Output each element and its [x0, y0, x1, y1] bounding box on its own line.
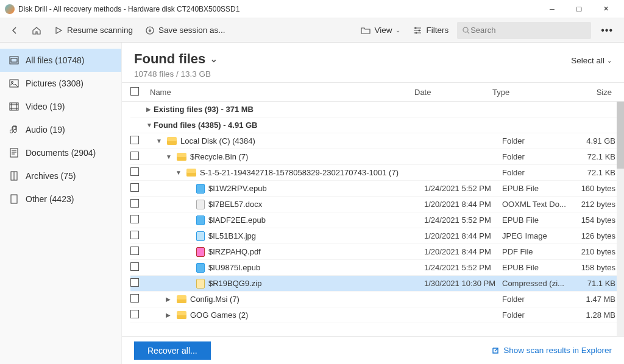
file-row[interactable]: ▼S-1-5-21-194342718-1578058329-230217074… [130, 165, 622, 181]
file-row[interactable]: $I7BEL57.docx1/20/2021 8:44 PMOOXML Text… [130, 197, 622, 212]
sidebar-item-label: All files (10748) [26, 55, 85, 65]
doc-file-icon [196, 200, 205, 209]
file-type: OOXML Text Do... [502, 200, 575, 209]
file-type: Compressed (zi... [502, 279, 575, 288]
expand-icon[interactable]: ▶ [146, 106, 154, 113]
folder-icon [186, 169, 196, 177]
row-checkbox[interactable] [130, 199, 139, 208]
content-pane: Found files⌄ 10748 files / 13.3 GB Selec… [122, 43, 624, 364]
page-subtitle: 10748 files / 13.3 GB [134, 69, 218, 79]
row-checkbox[interactable] [130, 278, 139, 287]
row-checkbox[interactable] [130, 152, 139, 160]
collapse-icon[interactable]: ▼ [166, 153, 173, 160]
file-row[interactable]: $IL51B1X.jpg1/20/2021 8:44 PMJPEG Image1… [130, 228, 622, 244]
group-label: Existing files (93) - 371 MB [154, 105, 254, 114]
app-icon [5, 4, 15, 14]
scrollbar-track[interactable] [617, 102, 624, 336]
toolbar: Resume scanning Save session as... View⌄… [0, 18, 624, 43]
content-header: Found files⌄ 10748 files / 13.3 GB Selec… [122, 43, 624, 82]
file-row[interactable]: ▼Local Disk (C) (4384)Folder4.91 GB [130, 133, 622, 149]
row-checkbox[interactable] [130, 183, 139, 192]
sidebar-item-video[interactable]: Video (19) [0, 95, 121, 118]
folder-icon [167, 137, 177, 145]
file-row[interactable]: ▶GOG Games (2)Folder1.28 MB [130, 307, 622, 323]
sidebar-item-archives[interactable]: Archives (75) [0, 164, 121, 187]
resume-scanning-button[interactable]: Resume scanning [50, 23, 136, 38]
header-checkbox[interactable] [130, 87, 139, 96]
column-name[interactable]: Name [146, 88, 414, 97]
filters-button[interactable]: Filters [409, 23, 452, 38]
sidebar-item-audio[interactable]: Audio (19) [0, 118, 121, 141]
collapse-icon[interactable]: ▼ [156, 138, 163, 144]
row-checkbox[interactable] [130, 294, 139, 303]
file-row[interactable]: $IADF2EE.epub1/24/2021 5:52 PMEPUB File1… [130, 212, 622, 228]
file-size: 1.47 MB [575, 295, 622, 304]
column-type[interactable]: Type [492, 88, 566, 97]
maximize-button[interactable]: ▢ [570, 3, 587, 15]
scrollbar-thumb[interactable] [617, 102, 624, 169]
file-row[interactable]: $R19BQG9.zip1/30/2021 10:30 PMCompressed… [130, 276, 622, 292]
sidebar-item-other[interactable]: Other (4423) [0, 187, 121, 211]
sidebar-item-label: Video (19) [26, 102, 65, 111]
minimize-button[interactable]: ─ [544, 3, 561, 15]
audio-icon [9, 124, 20, 135]
file-size: 4.91 GB [575, 136, 622, 145]
home-icon [32, 26, 41, 35]
column-date[interactable]: Date [414, 88, 492, 97]
row-checkbox[interactable] [130, 167, 139, 176]
chevron-down-icon[interactable]: ⌄ [210, 54, 218, 64]
file-type: JPEG Image [502, 231, 575, 240]
file-name: $IRZPAHQ.pdf [208, 247, 261, 256]
save-session-button[interactable]: Save session as... [141, 23, 229, 38]
jpg-file-icon [196, 231, 205, 241]
row-checkbox[interactable] [130, 231, 139, 239]
row-checkbox[interactable] [130, 215, 139, 223]
svg-point-3 [416, 32, 417, 33]
row-checkbox[interactable] [130, 262, 139, 271]
file-size: 126 bytes [575, 231, 622, 240]
group-found[interactable]: ▼ Found files (4385) - 4.91 GB [130, 117, 622, 133]
collapse-icon[interactable]: ▼ [176, 169, 183, 176]
file-name: GOG Games (2) [190, 310, 248, 320]
sidebar-item-pictures[interactable]: Pictures (3308) [0, 72, 121, 95]
expand-icon[interactable]: ▶ [166, 312, 173, 318]
page-title-text: Found files [134, 51, 205, 67]
arrow-left-icon [10, 26, 20, 35]
expand-icon[interactable]: ▶ [166, 296, 173, 303]
search-input[interactable] [470, 26, 586, 35]
recover-all-button[interactable]: Recover all... [134, 341, 211, 360]
more-button[interactable]: ••• [596, 23, 618, 38]
sidebar-item-documents[interactable]: Documents (2904) [0, 141, 121, 164]
file-name: $R19BQG9.zip [208, 279, 261, 288]
group-existing[interactable]: ▶ Existing files (93) - 371 MB [130, 102, 622, 117]
home-button[interactable] [28, 23, 45, 38]
select-all-button[interactable]: Select all⌄ [571, 56, 612, 65]
file-row[interactable]: $IRZPAHQ.pdf1/20/2021 8:44 PMPDF File210… [130, 244, 622, 260]
column-size[interactable]: Size [566, 88, 612, 97]
file-date: 1/24/2021 5:52 PM [424, 263, 502, 272]
back-button[interactable] [6, 23, 23, 38]
all-files-icon [9, 55, 20, 66]
file-row[interactable]: ▼$Recycle.Bin (7)Folder72.1 KB [130, 149, 622, 165]
file-type: Folder [502, 136, 575, 145]
file-date: 1/24/2021 5:52 PM [424, 215, 502, 225]
collapse-icon[interactable]: ▼ [146, 122, 154, 128]
file-row[interactable]: ▶Config.Msi (7)Folder1.47 MB [130, 292, 622, 307]
sidebar-item-all-files[interactable]: All files (10748) [0, 49, 121, 72]
file-name: $IL51B1X.jpg [208, 231, 256, 240]
folder-icon [177, 153, 186, 161]
file-row[interactable]: $I1W2RPV.epub1/24/2021 5:52 PMEPUB File1… [130, 181, 622, 197]
row-checkbox[interactable] [130, 247, 139, 255]
show-in-explorer-link[interactable]: Show scan results in Explorer [491, 346, 612, 355]
file-type: Folder [502, 295, 575, 304]
group-label: Found files (4385) - 4.91 GB [154, 121, 258, 130]
row-checkbox[interactable] [130, 136, 139, 144]
close-button[interactable]: ✕ [597, 3, 614, 15]
search-box[interactable] [457, 22, 591, 39]
svg-point-4 [463, 27, 468, 32]
sidebar-item-label: Other (4423) [26, 194, 74, 204]
view-button[interactable]: View⌄ [357, 23, 404, 38]
file-row[interactable]: $IU9875I.epub1/24/2021 5:52 PMEPUB File1… [130, 260, 622, 276]
row-checkbox[interactable] [130, 310, 139, 318]
file-size: 72.1 KB [575, 168, 622, 177]
